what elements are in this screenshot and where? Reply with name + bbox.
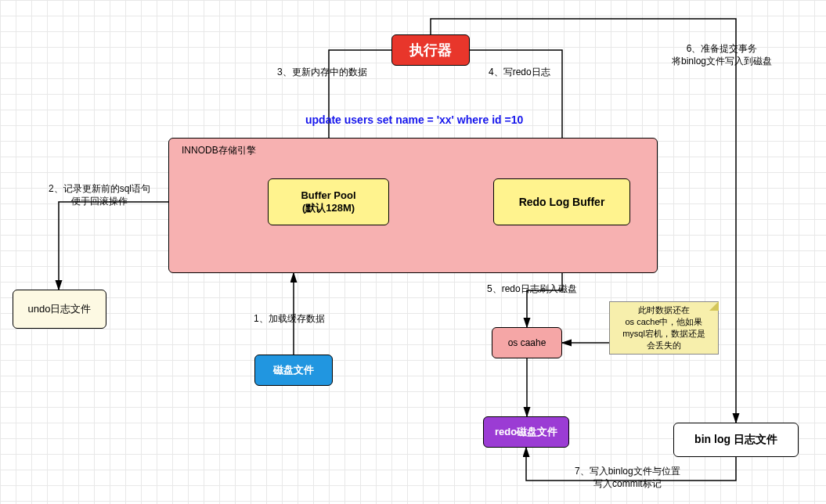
label-3: 3、更新内存中的数据 <box>277 67 367 79</box>
label-6: 6、准备提交事务 将binlog文件写入到磁盘 <box>672 43 772 67</box>
redo-log-buffer-box: Redo Log Buffer <box>493 178 630 225</box>
label-5: 5、redo日志刷入磁盘 <box>487 283 577 296</box>
label-7: 7、写入binlog文件与位置 写入commit标记 <box>575 466 680 490</box>
binlog-file-box: bin log 日志文件 <box>673 423 799 457</box>
label-1: 1、加载缓存数据 <box>254 313 325 326</box>
innodb-label: INNODB存储引擎 <box>182 144 256 157</box>
redo-disk-file-box: redo磁盘文件 <box>483 416 569 448</box>
label-2: 2、记录更新前的sql语句 便于回滚操作 <box>49 183 150 207</box>
undo-log-file-box: undo日志文件 <box>13 290 106 329</box>
label-4: 4、写redo日志 <box>489 67 550 79</box>
buffer-pool-box: Buffer Pool (默认128M) <box>268 178 389 225</box>
executor-box: 执行器 <box>391 34 470 66</box>
sql-statement: update users set name = 'xx' where id =1… <box>305 113 523 126</box>
note-box: 此时数据还在 os cache中，他如果 mysql宕机，数据还是 会丢失的 <box>609 301 719 355</box>
disk-file-box: 磁盘文件 <box>254 355 333 386</box>
os-cache-box: os caahe <box>492 327 562 358</box>
